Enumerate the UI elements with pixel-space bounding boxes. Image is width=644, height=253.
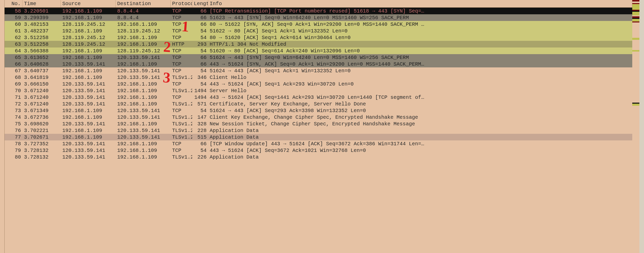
table-row[interactable]: 783.727352120.133.59.141192.168.1.109TCP… <box>5 140 632 147</box>
table-row[interactable]: 693.666150120.133.59.141192.168.1.109TCP… <box>5 81 632 87</box>
cell-info: 51624 → 443 [ACK] Seq=293 Ack=3398 Win=1… <box>208 108 632 114</box>
cell-info: 51622 → 80 [ACK] Seq=1 Ack=1 Win=132352 … <box>208 28 632 34</box>
table-row[interactable]: 643.566388192.168.1.109128.119.245.12TCP… <box>5 47 632 54</box>
cell-protocol: TCP <box>171 55 192 61</box>
header-source[interactable]: Source <box>61 0 116 7</box>
table-row[interactable]: 603.482153128.119.245.12192.168.1.109TCP… <box>5 21 632 28</box>
table-row[interactable]: 763.702221192.168.1.109120.133.59.141TLS… <box>5 127 632 134</box>
table-row[interactable]: 723.671240120.133.59.141192.168.1.109TLS… <box>5 101 632 107</box>
cell-no: 67 <box>5 68 22 74</box>
cell-length: 54 <box>192 148 208 153</box>
minimap-mark <box>632 104 639 106</box>
cell-source: 192.168.1.109 <box>61 8 116 14</box>
cell-no: 69 <box>5 81 22 87</box>
table-row[interactable]: 663.640628120.133.59.141192.168.1.109TCP… <box>5 61 632 67</box>
table-row[interactable]: 703.671240120.133.59.141192.168.1.109TLS… <box>5 87 632 94</box>
header-no[interactable]: No. <box>5 0 22 7</box>
cell-source: 120.133.59.141 <box>61 148 116 153</box>
cell-length: 515 <box>192 134 208 140</box>
table-row[interactable]: 633.512258128.119.245.12192.168.1.109HTT… <box>5 41 632 47</box>
table-row[interactable]: 593.299399192.168.1.1098.8.4.4TCP6651623… <box>5 14 632 21</box>
packet-rows[interactable]: 583.220501192.168.1.1098.8.4.4TCP66[TCP … <box>5 8 632 253</box>
cell-source: 120.133.59.141 <box>61 81 116 87</box>
header-destination[interactable]: Destination <box>116 0 171 7</box>
table-row[interactable]: 793.728132120.133.59.141192.168.1.109TCP… <box>5 147 632 154</box>
minimap-mark <box>632 106 639 131</box>
cell-source: 192.168.1.109 <box>61 28 116 34</box>
cell-length: 66 <box>192 141 208 147</box>
packet-list-main: No. Time Source Destination Protocol Len… <box>5 0 632 253</box>
cell-source: 120.133.59.141 <box>61 94 116 100</box>
cell-protocol: TLSv1.2 <box>171 134 192 140</box>
cell-protocol: TCP <box>171 21 192 27</box>
cell-source: 192.168.1.109 <box>61 114 116 120</box>
header-length[interactable]: Length <box>192 0 208 7</box>
table-row[interactable]: 673.640737192.168.1.109120.133.59.141TCP… <box>5 67 632 74</box>
header-time[interactable]: Time <box>22 0 61 7</box>
cell-length: 346 <box>192 75 208 80</box>
cell-no: 79 <box>5 148 22 153</box>
cell-info: Certificate, Server Key Exchange, Server… <box>208 101 632 107</box>
cell-destination: 192.168.1.109 <box>116 21 171 27</box>
header-info[interactable]: Info <box>208 0 632 7</box>
table-row[interactable]: 753.698620120.133.59.141192.168.1.109TLS… <box>5 121 632 127</box>
table-row[interactable]: 773.702671192.168.1.109120.133.59.141TLS… <box>5 134 632 140</box>
cell-info: 443 → 51624 [SYN, ACK] Seq=0 Ack=1 Win=2… <box>208 61 632 67</box>
cell-info: Client Hello <box>208 75 632 80</box>
column-headers[interactable]: No. Time Source Destination Protocol Len… <box>5 0 632 8</box>
cell-destination: 120.133.59.141 <box>116 68 171 74</box>
minimap-mark <box>632 22 639 38</box>
cell-length: 54 <box>192 81 208 87</box>
left-gutter <box>0 0 5 253</box>
cell-protocol: TCP <box>171 81 192 87</box>
cell-length: 66 <box>192 61 208 67</box>
table-row[interactable]: 613.482237192.168.1.109128.119.245.12TCP… <box>5 28 632 34</box>
cell-destination: 192.168.1.109 <box>116 94 171 100</box>
cell-no: 68 <box>5 75 22 80</box>
cell-destination: 192.168.1.109 <box>116 101 171 107</box>
cell-info: Application Data <box>208 134 632 140</box>
cell-protocol: TCP <box>171 68 192 74</box>
cell-destination: 120.133.59.141 <box>116 114 171 120</box>
cell-time: 3.702221 <box>22 128 61 134</box>
cell-time: 3.728132 <box>22 148 61 153</box>
header-protocol[interactable]: Protocol <box>171 0 192 7</box>
cell-no: 58 <box>5 8 22 14</box>
cell-time: 3.613652 <box>22 55 61 61</box>
cell-protocol: TCP <box>171 28 192 34</box>
table-row[interactable]: 803.728132120.133.59.141192.168.1.109TLS… <box>5 154 632 160</box>
cell-info: 443 → 51624 [ACK] Seq=1 Ack=293 Win=3072… <box>208 81 632 87</box>
cell-no: 59 <box>5 15 22 21</box>
table-row[interactable]: 733.671349192.168.1.109120.133.59.141TCP… <box>5 107 632 114</box>
cell-length: 228 <box>192 128 208 134</box>
cell-protocol: TLSv1.2 <box>171 121 192 127</box>
cell-no: 76 <box>5 128 22 134</box>
cell-time: 3.727352 <box>22 141 61 147</box>
cell-time: 3.671240 <box>22 94 61 100</box>
scrollbar-vertical[interactable] <box>639 0 644 253</box>
table-row[interactable]: 623.512258128.119.245.12192.168.1.109TCP… <box>5 34 632 41</box>
cell-no: 77 <box>5 134 22 140</box>
cell-length: 54 <box>192 48 208 54</box>
cell-info: New Session Ticket, Change Cipher Spec, … <box>208 121 632 127</box>
table-row[interactable]: 713.671240120.133.59.141192.168.1.109TCP… <box>5 94 632 101</box>
cell-length: 1494 <box>192 88 208 94</box>
table-row[interactable]: 653.613652192.168.1.109120.133.59.141TCP… <box>5 54 632 61</box>
minimap[interactable] <box>632 0 639 253</box>
table-row[interactable]: 583.220501192.168.1.1098.8.4.4TCP66[TCP … <box>5 8 632 14</box>
cell-protocol: TLSv1.2 <box>171 114 192 120</box>
cell-info: 80 → 51622 [SYN, ACK] Seq=0 Ack=1 Win=29… <box>208 21 632 27</box>
cell-destination: 192.168.1.109 <box>116 81 171 87</box>
table-row[interactable]: 683.641819192.168.1.109120.133.59.141TLS… <box>5 74 632 81</box>
cell-source: 120.133.59.141 <box>61 88 116 94</box>
cell-info: 443 → 51624 [ACK] Seq=3672 Ack=1021 Win=… <box>208 148 632 153</box>
cell-protocol: TCP <box>171 141 192 147</box>
cell-destination: 8.8.4.4 <box>116 15 171 21</box>
cell-info: Application Data <box>208 128 632 134</box>
cell-info: 51624 → 443 [ACK] Seq=1 Ack=1 Win=132352… <box>208 68 632 74</box>
cell-length: 66 <box>192 8 208 14</box>
cell-source: 120.133.59.141 <box>61 141 116 147</box>
cell-protocol: TLSv1.2 <box>171 154 192 160</box>
table-row[interactable]: 743.672736192.168.1.109120.133.59.141TLS… <box>5 114 632 121</box>
cell-destination: 120.133.59.141 <box>116 108 171 114</box>
